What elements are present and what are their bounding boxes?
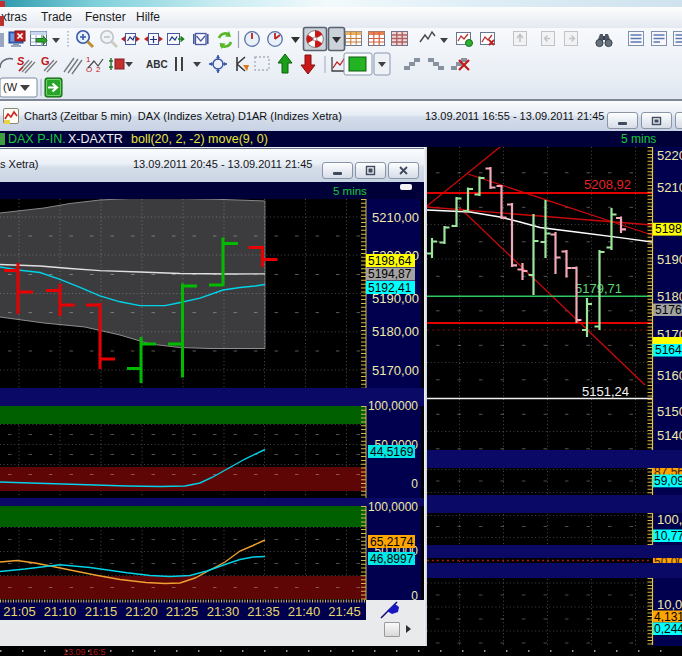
svg-text:46,8997: 46,8997: [370, 552, 414, 566]
svg-text:5192,41: 5192,41: [368, 281, 412, 295]
svg-text:2: 2: [96, 65, 101, 74]
svg-text:21:45: 21:45: [328, 604, 361, 619]
svg-text:0,244: 0,244: [654, 622, 682, 636]
svg-text:21:35: 21:35: [247, 604, 280, 619]
svg-text:21:10: 21:10: [44, 604, 77, 619]
svg-text:5150,00: 5150,00: [657, 404, 682, 419]
svg-text:59,09: 59,09: [654, 474, 682, 488]
svg-text:10,77: 10,77: [654, 529, 682, 543]
svg-text:5176,4: 5176,4: [655, 303, 682, 317]
svg-text:5140,00: 5140,00: [657, 428, 682, 443]
svg-text:21:05: 21:05: [3, 604, 36, 619]
svg-text:5208,92: 5208,92: [584, 177, 631, 192]
svg-text:5164,3: 5164,3: [655, 343, 682, 357]
svg-text:5198,64: 5198,64: [368, 254, 412, 268]
svg-text:0: 0: [411, 477, 418, 491]
svg-text:G: G: [41, 55, 50, 67]
svg-text:5160,00: 5160,00: [657, 368, 682, 383]
svg-text:13.09 16:5: 13.09 16:5: [63, 647, 106, 656]
svg-text:21:20: 21:20: [125, 604, 158, 619]
svg-text:5180,00: 5180,00: [372, 324, 419, 339]
svg-text:5170,00: 5170,00: [372, 363, 419, 378]
svg-text:5190,00: 5190,00: [657, 252, 682, 267]
svg-text:5210,00: 5210,00: [372, 210, 419, 225]
svg-text:1: 1: [86, 55, 91, 64]
svg-text:21:40: 21:40: [288, 604, 321, 619]
svg-text:100,0000: 100,0000: [368, 399, 418, 413]
svg-text:21:25: 21:25: [166, 604, 199, 619]
svg-text:5220,00: 5220,00: [657, 148, 682, 163]
svg-text:5151,24: 5151,24: [582, 384, 629, 399]
svg-text:(W: (W: [3, 81, 18, 93]
svg-text:ABC: ABC: [146, 59, 168, 70]
svg-text:44,5169: 44,5169: [370, 445, 414, 459]
svg-text:65,2174: 65,2174: [370, 535, 414, 549]
svg-text:100,0000: 100,0000: [368, 500, 418, 514]
svg-text:5210,00: 5210,00: [657, 180, 682, 195]
svg-text:5198,6: 5198,6: [655, 222, 682, 236]
svg-text:100,0: 100,0: [657, 512, 682, 527]
svg-text:21:30: 21:30: [207, 604, 240, 619]
svg-text:21:15: 21:15: [85, 604, 118, 619]
svg-text:0: 0: [411, 589, 418, 603]
svg-text:5194,87: 5194,87: [368, 267, 412, 281]
svg-text:5180,00: 5180,00: [657, 289, 682, 304]
